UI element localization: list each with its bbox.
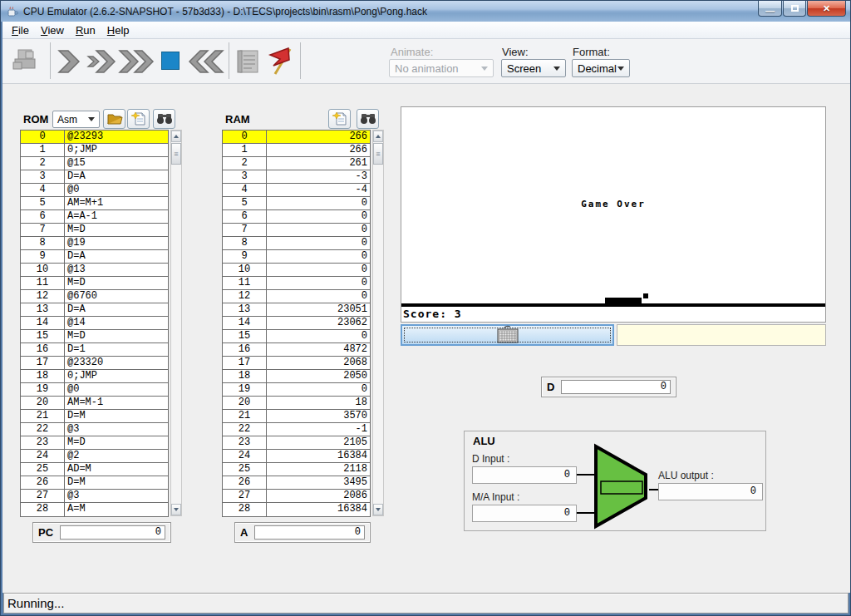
rom-row[interactable]: 16 D=1 [21,343,168,357]
rom-address-cell[interactable]: 16 [21,343,65,356]
ram-row[interactable]: 1 266 [223,144,370,157]
rom-row[interactable]: 27 @3 [21,490,168,503]
ram-value-cell[interactable]: 2086 [267,490,370,502]
ram-value-cell[interactable]: 2118 [267,463,370,476]
ram-row[interactable]: 9 0 [223,250,370,264]
reset-icon[interactable] [186,49,224,74]
alu-output-field[interactable]: 0 [658,483,763,500]
ram-row[interactable]: 26 3495 [223,476,370,490]
ram-row[interactable]: 14 23062 [223,317,370,330]
ram-address-cell[interactable]: 18 [223,370,267,382]
ram-row[interactable]: 19 0 [223,383,370,397]
ram-value-cell[interactable]: 261 [267,157,370,170]
rom-find-button[interactable] [153,109,175,129]
rom-address-cell[interactable]: 24 [21,450,65,462]
ram-address-cell[interactable]: 5 [223,197,267,209]
script-icon[interactable] [235,47,262,76]
ram-value-cell[interactable]: 0 [267,197,370,209]
rom-instruction-cell[interactable]: A=A-1 [65,210,168,223]
ram-address-cell[interactable]: 19 [223,383,267,396]
rom-address-cell[interactable]: 19 [21,383,65,396]
ram-value-cell[interactable]: -1 [267,423,370,436]
ram-value-cell[interactable]: 3495 [267,476,370,489]
rom-instruction-cell[interactable]: @13 [65,264,168,276]
rom-row[interactable]: 25 AD=M [21,463,168,476]
ram-row[interactable]: 16 4872 [223,343,370,357]
menu-run[interactable]: Run [70,22,101,38]
ram-address-cell[interactable]: 8 [223,237,267,249]
rom-address-cell[interactable]: 15 [21,330,65,342]
ram-address-cell[interactable]: 10 [223,264,267,276]
keyboard-input-field[interactable] [617,324,826,346]
ram-row[interactable]: 12 0 [223,290,370,303]
rom-instruction-cell[interactable]: D=A [65,170,168,183]
rom-instruction-cell[interactable]: @14 [65,317,168,329]
ram-address-cell[interactable]: 6 [223,210,267,223]
rom-address-cell[interactable]: 23 [21,436,65,449]
rom-row[interactable]: 26 D=M [21,476,168,490]
animate-select[interactable]: No animation [389,59,494,77]
ram-value-cell[interactable]: 2050 [267,370,370,382]
rom-instruction-cell[interactable]: D=1 [65,343,168,356]
rom-instruction-cell[interactable]: @15 [65,157,168,170]
rom-row[interactable]: 21 D=M [21,410,168,423]
ram-address-cell[interactable]: 7 [223,224,267,236]
pc-value-field[interactable]: 0 [60,525,165,540]
ram-value-cell[interactable]: 266 [267,144,370,156]
ram-address-cell[interactable]: 20 [223,397,267,409]
ram-value-cell[interactable]: -4 [267,184,370,196]
rom-row[interactable]: 4 @0 [21,184,168,197]
ram-clear-button[interactable] [328,109,351,129]
titlebar[interactable]: CPU Emulator (2.6.2-SNAPSHOT - 57b3d33) … [1,1,851,22]
ram-value-cell[interactable]: 0 [267,383,370,396]
rom-address-cell[interactable]: 5 [21,197,65,209]
ram-row[interactable]: 28 16384 [223,503,370,516]
ram-address-cell[interactable]: 12 [223,290,267,303]
ram-value-cell[interactable]: 2105 [267,436,370,449]
ram-address-cell[interactable]: 25 [223,463,267,476]
rom-row[interactable]: 24 @2 [21,450,168,463]
rom-table[interactable]: 0 @23293 1 0;JMP 2 @15 3 D=A 4 @0 [20,130,169,517]
rom-row[interactable]: 6 A=A-1 [21,210,168,224]
ram-value-cell[interactable]: 16384 [267,503,370,516]
rom-address-cell[interactable]: 10 [21,264,65,276]
ram-value-cell[interactable]: 4872 [267,343,370,356]
rom-instruction-cell[interactable]: AM=M-1 [65,397,168,409]
rom-address-cell[interactable]: 9 [21,250,65,263]
rom-instruction-cell[interactable]: M=D [65,436,168,449]
ram-address-cell[interactable]: 4 [223,184,267,196]
rom-address-cell[interactable]: 20 [21,397,65,409]
ram-address-cell[interactable]: 15 [223,330,267,342]
ram-value-cell[interactable]: 3570 [267,410,370,422]
ram-row[interactable]: 20 18 [223,397,370,410]
ram-value-cell[interactable]: 0 [267,224,370,236]
rom-address-cell[interactable]: 13 [21,303,65,316]
rom-instruction-cell[interactable]: M=D [65,330,168,342]
rom-row[interactable]: 11 M=D [21,277,168,290]
scroll-thumb[interactable]: ≡ [171,143,181,165]
ram-address-cell[interactable]: 14 [223,317,267,329]
alu-ma-input-field[interactable]: 0 [472,505,577,522]
rom-row[interactable]: 3 D=A [21,170,168,184]
scroll-thumb[interactable]: ≡ [373,143,383,165]
ram-row[interactable]: 2 261 [223,157,370,170]
rom-row[interactable]: 5 AM=M+1 [21,197,168,210]
close-button[interactable]: ✕ [807,1,846,17]
rom-address-cell[interactable]: 7 [21,224,65,236]
ram-address-cell[interactable]: 3 [223,170,267,183]
ram-address-cell[interactable]: 17 [223,357,267,369]
rom-instruction-cell[interactable]: 0;JMP [65,144,168,156]
ram-row[interactable]: 5 0 [223,197,370,210]
ram-row[interactable]: 24 16384 [223,450,370,463]
rom-address-cell[interactable]: 6 [21,210,65,223]
rom-row[interactable]: 9 D=A [21,250,168,264]
rom-instruction-cell[interactable]: AD=M [65,463,168,476]
ram-value-cell[interactable]: 16384 [267,450,370,462]
rom-scrollbar[interactable]: ≡ [170,130,182,516]
keyboard-button[interactable] [401,324,614,346]
rom-instruction-cell[interactable]: D=A [65,303,168,316]
ram-row[interactable]: 13 23051 [223,303,370,317]
ram-address-cell[interactable]: 11 [223,277,267,289]
alu-d-input-field[interactable]: 0 [472,466,577,484]
rom-row[interactable]: 22 @3 [21,423,168,436]
